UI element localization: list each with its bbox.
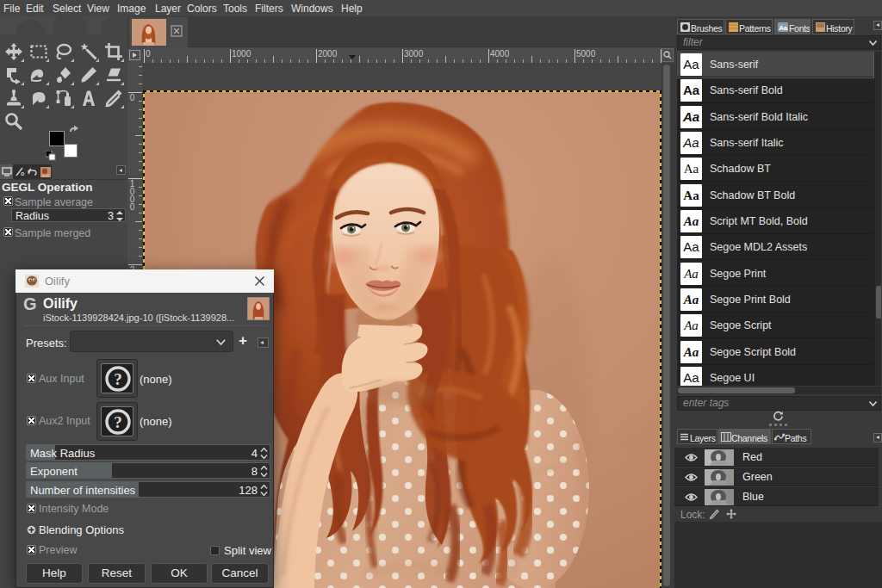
svg-text:o: o — [21, 170, 24, 176]
svg-text:?: ? — [114, 413, 122, 431]
svg-text:?: ? — [114, 370, 122, 388]
svg-text:Aa: Aa — [779, 24, 787, 32]
